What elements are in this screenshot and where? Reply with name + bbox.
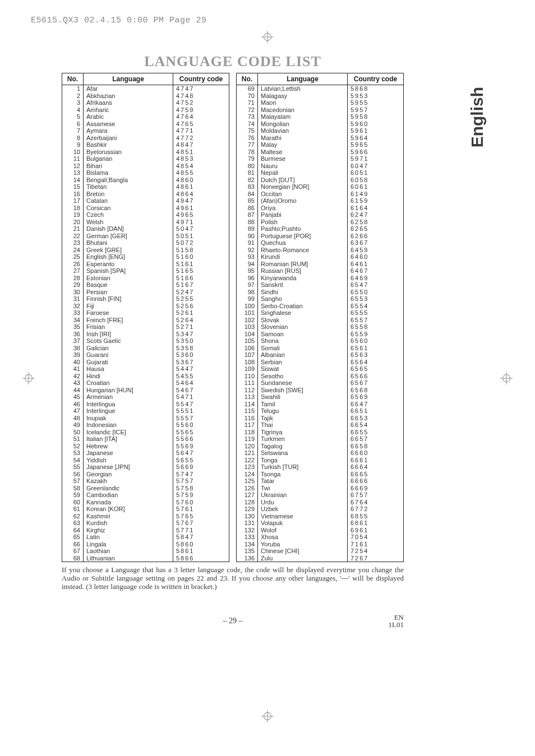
table-row: 11Bulgarian4853 (62, 155, 229, 163)
cell-no: 49 (62, 421, 84, 429)
cell-lang: Galician (84, 345, 173, 352)
cell-lang: Guarani (84, 351, 173, 359)
cell-no: 131 (237, 520, 258, 527)
cell-code: 6149 (348, 191, 404, 198)
cell-no: 24 (62, 247, 84, 254)
cell-code: 5557 (173, 415, 229, 422)
cell-lang: Kirghiz (84, 527, 173, 534)
cell-code: 6459 (348, 247, 404, 254)
cell-no: 72 (237, 106, 258, 114)
cell-no: 25 (62, 253, 84, 261)
cell-code: 4860 (173, 177, 229, 184)
cell-no: 27 (62, 267, 84, 275)
table-row: 98Sindhi6550 (237, 289, 404, 296)
cell-code: 6558 (348, 323, 404, 331)
cell-code: 6051 (348, 169, 404, 177)
table-row: 5Arabic4764 (62, 113, 229, 120)
cell-no: 38 (62, 345, 84, 352)
table-row: 107Albanian6563 (237, 351, 404, 359)
cell-no: 114 (237, 401, 258, 408)
cell-lang: Breton (84, 191, 173, 198)
cell-no: 120 (237, 443, 258, 450)
cell-no: 122 (237, 457, 258, 464)
table-row: 67Laothian5861 (62, 548, 229, 555)
cell-lang: Bislama (84, 169, 173, 177)
cell-code: 5760 (173, 499, 229, 506)
cell-code: 6764 (348, 499, 404, 506)
table-row: 122Tonga6661 (237, 457, 404, 464)
cell-no: 130 (237, 513, 258, 520)
cell-lang: Afrikaans (84, 99, 173, 106)
cell-no: 19 (62, 211, 84, 219)
table-row: 62Kashmiri5765 (62, 513, 229, 520)
cell-code: 4759 (173, 106, 229, 114)
cell-no: 109 (237, 365, 258, 373)
table-row: 116Tajik6653 (237, 415, 404, 422)
cell-code: 6560 (348, 337, 404, 345)
cell-no: 47 (62, 407, 84, 415)
registration-mark-icon (261, 31, 274, 43)
cell-code: 7267 (348, 555, 404, 562)
cell-lang: Welsh (84, 219, 173, 226)
cell-code: 6564 (348, 359, 404, 366)
table-row: 123Turkish [TUR]6664 (237, 463, 404, 471)
cell-code: 6561 (348, 345, 404, 352)
cell-no: 54 (62, 457, 84, 464)
cell-no: 101 (237, 309, 258, 317)
cell-code: 5261 (173, 309, 229, 317)
table-row: 61Korean [KOR]5761 (62, 505, 229, 513)
cell-no: 78 (237, 149, 258, 156)
cell-lang: Twi (258, 485, 348, 492)
cell-no: 61 (62, 505, 84, 513)
cell-no: 119 (237, 435, 258, 443)
cell-no: 117 (237, 421, 258, 429)
cell-code: 6061 (348, 183, 404, 191)
table-row: 71Maori5955 (237, 99, 404, 106)
table-row: 55Japanese [JPN]5669 (62, 463, 229, 471)
table-row: 95Russian [RUS]6467 (237, 267, 404, 275)
cell-lang: Romanian [RUM] (258, 261, 348, 268)
table-row: 91Quechua6367 (237, 239, 404, 247)
cell-no: 93 (237, 253, 258, 261)
cell-code: 6557 (348, 317, 404, 324)
cell-lang: Maltese (258, 149, 348, 156)
cell-no: 44 (62, 387, 84, 394)
cell-lang: Interlingue (84, 407, 173, 415)
table-row: 119Turkmen6657 (237, 435, 404, 443)
cell-code: 7054 (348, 534, 404, 541)
table-row: 13Bislama4855 (62, 169, 229, 177)
table-row: 40Gujarati5367 (62, 359, 229, 366)
cell-lang: Singhalese (258, 309, 348, 317)
cell-lang: Kinyarwanda (258, 275, 348, 282)
table-row: 42Hindi5455 (62, 373, 229, 380)
table-row: 101Singhalese6555 (237, 309, 404, 317)
cell-no: 83 (237, 183, 258, 191)
cell-code: 6563 (348, 351, 404, 359)
cell-lang: Volapuk (258, 520, 348, 527)
table-row: 130Vietnamese6855 (237, 513, 404, 520)
table-row: 106Somali6561 (237, 345, 404, 352)
cell-lang: Mongolian (258, 120, 348, 128)
cell-lang: Ukrainian (258, 491, 348, 499)
cell-no: 100 (237, 303, 258, 310)
cell-no: 108 (237, 359, 258, 366)
cell-lang: Irish [IRI] (84, 331, 173, 338)
cell-lang: Urdu (258, 499, 348, 506)
table-row: 7Aymara4771 (62, 127, 229, 134)
cell-lang: Shona (258, 337, 348, 345)
table-row: 118Tigrinya6655 (237, 429, 404, 436)
table-row: 52Hebrew5569 (62, 443, 229, 450)
cell-lang: Tibetan (84, 183, 173, 191)
table-row: 21Danish [DAN]5047 (62, 225, 229, 233)
cell-lang: Inupiak (84, 415, 173, 422)
cell-no: 82 (237, 177, 258, 184)
cell-no: 102 (237, 317, 258, 324)
cell-code: 5166 (173, 275, 229, 282)
cell-lang: Siswat (258, 365, 348, 373)
table-row: 74Mongolian5960 (237, 120, 404, 128)
cell-lang: Spanish [SPA] (84, 267, 173, 275)
cell-lang: Kannada (84, 499, 173, 506)
cell-no: 106 (237, 345, 258, 352)
cell-code: 6961 (348, 527, 404, 534)
table-row: 4Amharic4759 (62, 106, 229, 114)
